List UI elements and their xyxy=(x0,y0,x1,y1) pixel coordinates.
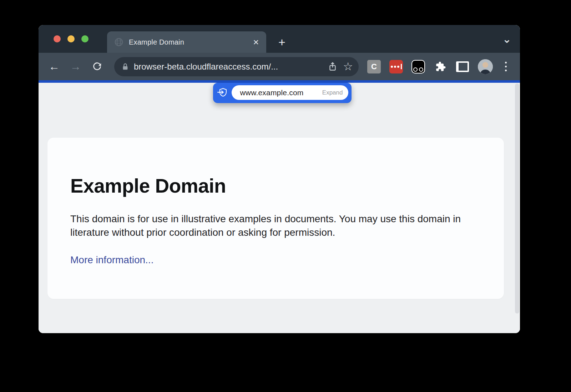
side-panel-glyph xyxy=(456,61,469,72)
extensions-puzzle-icon[interactable] xyxy=(434,60,447,73)
profile-avatar[interactable] xyxy=(478,59,493,74)
chevron-down-icon[interactable]: ⌄ xyxy=(502,25,511,53)
page-paragraph: This domain is for use in illustrative e… xyxy=(70,212,481,239)
tab-title: Example Domain xyxy=(129,38,184,46)
new-tab-button[interactable]: + xyxy=(273,34,290,51)
bookmark-star-icon[interactable]: ☆ xyxy=(343,61,353,72)
lastpass-dots xyxy=(391,64,402,69)
tab-example-domain[interactable]: Example Domain ✕ xyxy=(107,31,266,53)
zoom-window-button[interactable] xyxy=(81,35,89,42)
shield-arrow-icon xyxy=(213,88,232,98)
goggles-extension-icon[interactable] xyxy=(411,60,425,73)
globe-favicon-icon xyxy=(114,37,123,47)
isolated-host-text: www.example.com xyxy=(240,88,304,97)
isolation-accent-bar xyxy=(39,80,520,83)
forward-button[interactable]: → xyxy=(68,59,84,75)
tab-strip: Example Domain ✕ + ⌄ xyxy=(39,25,520,53)
url-text[interactable]: browser-beta.cloudflareaccess.com/... xyxy=(134,62,328,72)
back-button[interactable]: ← xyxy=(46,59,62,75)
isolated-host-field[interactable]: www.example.com Expand xyxy=(232,85,348,100)
share-icon[interactable] xyxy=(328,62,337,72)
goggle-right-lens xyxy=(419,67,423,72)
extension-c-icon[interactable]: C xyxy=(367,60,381,73)
close-window-button[interactable] xyxy=(54,35,61,42)
isolation-url-pill[interactable]: www.example.com Expand xyxy=(213,83,352,103)
lock-icon[interactable] xyxy=(121,62,129,71)
more-information-link[interactable]: More information... xyxy=(70,254,153,266)
page-viewport: www.example.com Expand Example Domain Th… xyxy=(39,83,520,333)
browser-window: Example Domain ✕ + ⌄ ← → browser-beta.cl… xyxy=(39,25,520,333)
close-tab-icon[interactable]: ✕ xyxy=(253,39,259,46)
traffic-lights xyxy=(54,25,89,53)
minimize-window-button[interactable] xyxy=(67,35,75,42)
extensions-row: C xyxy=(367,60,469,73)
browser-menu-button[interactable] xyxy=(501,62,510,71)
address-bar[interactable]: browser-beta.cloudflareaccess.com/... ☆ xyxy=(114,57,359,76)
goggle-left-lens xyxy=(413,67,418,72)
expand-button[interactable]: Expand xyxy=(322,89,343,96)
example-domain-card: Example Domain This domain is for use in… xyxy=(47,138,504,299)
browser-toolbar: ← → browser-beta.cloudflareaccess.com/..… xyxy=(39,53,520,80)
page-title: Example Domain xyxy=(70,175,481,197)
reload-button[interactable] xyxy=(89,59,105,75)
reload-icon xyxy=(92,62,102,72)
vertical-scrollbar[interactable] xyxy=(515,83,519,314)
lastpass-extension-icon[interactable] xyxy=(389,60,403,73)
side-panel-icon[interactable] xyxy=(456,60,469,73)
